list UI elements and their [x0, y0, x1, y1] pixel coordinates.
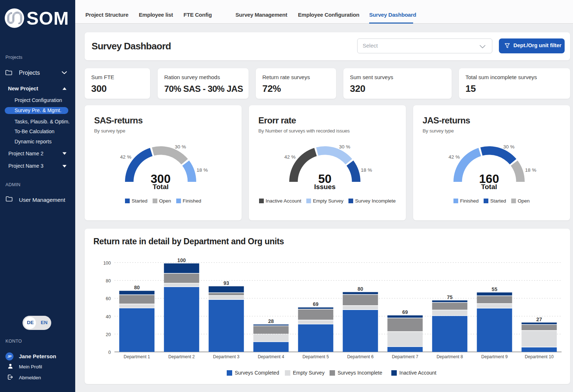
svg-text:18 %: 18 %: [361, 167, 372, 173]
svg-text:18 %: 18 %: [197, 167, 208, 173]
svg-text:40: 40: [106, 314, 111, 319]
svg-text:100: 100: [103, 261, 111, 266]
svg-text:Total: Total: [481, 183, 497, 191]
svg-text:69: 69: [313, 301, 319, 307]
svg-text:27: 27: [536, 317, 542, 322]
svg-text:Issues: Issues: [314, 183, 335, 191]
svg-text:55: 55: [492, 286, 497, 292]
svg-text:Department 5: Department 5: [302, 354, 329, 359]
svg-text:30 %: 30 %: [339, 144, 350, 150]
svg-text:20: 20: [106, 332, 111, 337]
svg-text:69: 69: [402, 309, 408, 315]
svg-text:28: 28: [268, 318, 274, 324]
svg-text:30 %: 30 %: [175, 144, 186, 150]
svg-text:Department 2: Department 2: [168, 354, 195, 359]
svg-text:80: 80: [106, 278, 111, 283]
svg-text:75: 75: [447, 294, 453, 300]
svg-text:42 %: 42 %: [285, 154, 296, 160]
svg-text:80: 80: [134, 285, 140, 290]
svg-text:Department 8: Department 8: [436, 354, 463, 359]
svg-text:30 %: 30 %: [503, 144, 515, 150]
svg-text:80: 80: [358, 286, 363, 292]
svg-text:93: 93: [223, 280, 229, 286]
svg-text:Department 6: Department 6: [347, 354, 374, 359]
svg-text:Department 7: Department 7: [392, 354, 418, 359]
svg-text:Total: Total: [153, 183, 169, 191]
svg-text:0: 0: [108, 350, 111, 355]
svg-text:42 %: 42 %: [449, 154, 460, 160]
svg-text:42 %: 42 %: [120, 154, 132, 160]
svg-text:Department 4: Department 4: [258, 354, 284, 359]
svg-text:Department 1: Department 1: [124, 354, 150, 359]
svg-text:Department 9: Department 9: [481, 354, 508, 359]
svg-text:Department 3: Department 3: [213, 354, 239, 359]
svg-text:Department 10: Department 10: [525, 354, 554, 359]
svg-text:18 %: 18 %: [525, 167, 536, 173]
svg-text:100: 100: [177, 257, 186, 263]
svg-text:60: 60: [106, 296, 111, 301]
